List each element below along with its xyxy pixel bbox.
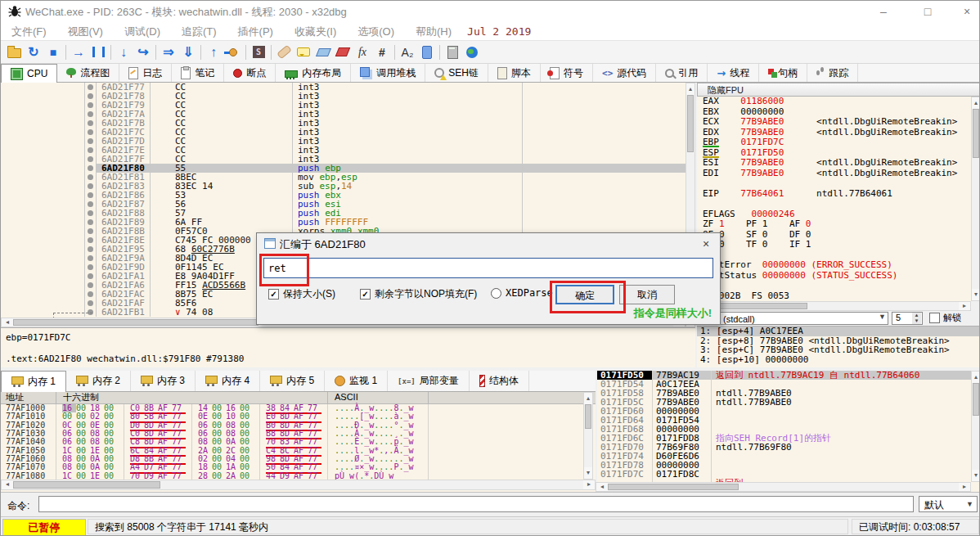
disasm-bytes[interactable]: CC <box>151 110 293 119</box>
breakpoint-gutter[interactable] <box>85 299 97 308</box>
tab-内存 2[interactable]: 内存 2 <box>66 371 131 391</box>
stack-address[interactable]: 0171FD7C <box>597 470 653 479</box>
breakpoint-gutter[interactable] <box>85 290 97 299</box>
breakpoint-dot-icon[interactable] <box>88 237 93 243</box>
tab-日志[interactable]: 日志 <box>119 64 172 82</box>
spinner-arrows-icon[interactable]: ▲▼ <box>912 313 921 324</box>
argument-row[interactable]: 3: [esp+C] 77B9ABE0 <ntdll.DbgUiRemoteBr… <box>697 345 980 355</box>
stack-row[interactable]: 0171FD7077B69F80ntdll.77B69F80 <box>597 443 980 452</box>
stack-row[interactable]: 0171FD7800000000 <box>597 461 980 470</box>
breakpoint-gutter[interactable] <box>85 146 97 155</box>
disasm-bytes[interactable]: CC <box>151 146 293 155</box>
run-to-user-code-icon[interactable] <box>223 43 243 61</box>
registers-vscrollbar[interactable]: ▴▾ <box>971 97 980 301</box>
tab-内存 1[interactable]: 内存 1 <box>1 371 66 392</box>
menu-item-3[interactable]: 调试(D) <box>114 22 171 42</box>
functions-icon[interactable]: fx <box>353 43 372 61</box>
disasm-comment[interactable] <box>523 92 686 101</box>
disasm-comment[interactable] <box>523 128 686 137</box>
breakpoint-gutter[interactable] <box>85 119 97 128</box>
dump-hscrollbar[interactable]: ◂▸ <box>1 480 596 490</box>
step-over-icon[interactable]: ↪ <box>133 43 153 61</box>
disasm-instruction[interactable]: int3 <box>293 146 523 155</box>
breakpoint-gutter[interactable] <box>85 101 97 110</box>
disasm-bytes[interactable]: 53 <box>151 191 293 200</box>
stack-row[interactable]: 0171FD5C77B9ABE0ntdll.77B9ABE0 <box>597 398 980 407</box>
bookmarks-icon[interactable] <box>333 43 353 61</box>
tab-内存 3[interactable]: 内存 3 <box>131 371 196 391</box>
breakpoint-dot-icon[interactable] <box>88 174 93 180</box>
pause-icon[interactable] <box>88 43 108 61</box>
attach-icon[interactable] <box>417 43 437 61</box>
disasm-bytes[interactable]: CC <box>151 92 293 101</box>
breakpoint-gutter[interactable] <box>85 155 97 164</box>
step-into-icon[interactable]: ↓ <box>114 43 133 61</box>
disasm-instruction[interactable]: int3 <box>293 119 523 128</box>
menu-item-8[interactable]: 帮助(H) <box>405 22 462 42</box>
tab-流程图[interactable]: 流程图 <box>57 64 119 82</box>
stack-row[interactable]: 0171FD5077B9AC19返回到 ntdll.77B9AC19 自 ntd… <box>597 371 980 380</box>
memory-dump-panel[interactable]: 地址 十六进制 ASCII 77AF100016001800C08BAF7714… <box>1 392 596 492</box>
breakpoint-gutter[interactable] <box>85 182 97 191</box>
breakpoint-gutter[interactable] <box>85 110 97 119</box>
step-out-icon[interactable]: ↑ <box>204 43 223 61</box>
dialog-title-bar[interactable]: 汇编于 6AD21F80 × <box>257 233 720 254</box>
dump-vscrollbar[interactable]: ▴▾ <box>583 392 593 480</box>
tab-跟踪[interactable]: 跟踪 <box>807 64 858 82</box>
menu-item-6[interactable]: 收藏夹(I) <box>284 22 347 42</box>
stack-vscrollbar[interactable]: ▴▾ <box>971 371 980 482</box>
breakpoint-dot-icon[interactable] <box>88 273 93 279</box>
disasm-bytes[interactable]: CC <box>151 128 293 137</box>
breakpoint-gutter[interactable] <box>85 173 97 182</box>
breakpoint-dot-icon[interactable] <box>88 246 93 252</box>
breakpoint-dot-icon[interactable] <box>88 255 93 261</box>
breakpoint-dot-icon[interactable] <box>88 138 93 144</box>
breakpoint-gutter[interactable] <box>85 164 97 173</box>
disasm-instruction[interactable]: int3 <box>293 128 523 137</box>
cancel-button[interactable]: 取消 <box>619 285 675 304</box>
disasm-comment[interactable] <box>523 155 686 164</box>
tab-源代码[interactable]: <>源代码 <box>593 64 656 82</box>
checkbox-checked-icon[interactable]: ✓ <box>360 289 371 300</box>
arguments-panel[interactable]: 1: [esp+4] A0C17EEA2: [esp+8] 77B9ABE0 <… <box>697 326 980 367</box>
dialog-close-icon[interactable]: × <box>692 233 720 254</box>
breakpoint-dot-icon[interactable] <box>88 201 93 207</box>
disasm-comment[interactable] <box>523 101 686 110</box>
breakpoint-gutter[interactable] <box>85 128 97 137</box>
breakpoint-dot-icon[interactable] <box>88 219 93 225</box>
patches-icon[interactable] <box>274 43 294 61</box>
register-line[interactable]: EIP 77B64061 ntdll.77B64061 <box>697 189 971 200</box>
breakpoint-dot-icon[interactable] <box>88 120 93 126</box>
close-button[interactable]: × <box>948 1 980 22</box>
disasm-bytes[interactable]: CC <box>151 137 293 146</box>
stack-row[interactable]: 0171FD54A0C17EEA <box>597 380 980 389</box>
disasm-comment[interactable] <box>523 164 686 173</box>
calling-convention-dropdown[interactable]: 默认 (stdcall) ▼ <box>699 312 888 325</box>
breakpoint-dot-icon[interactable] <box>88 291 93 297</box>
keep-size-checkbox[interactable]: ✓ 保持大小(S) <box>268 287 335 301</box>
disasm-bytes[interactable]: 83EC 14 <box>151 182 293 191</box>
disasm-comment[interactable] <box>523 146 686 155</box>
tab-CPU[interactable]: CPU <box>1 64 57 83</box>
disasm-comment[interactable] <box>523 119 686 128</box>
breakpoint-gutter[interactable] <box>85 209 97 218</box>
stack-value[interactable]: 0171FD8C <box>653 470 712 479</box>
breakpoint-dot-icon[interactable] <box>88 84 93 90</box>
register-line[interactable]: CF 0 TF 0 IF 1 <box>697 240 971 250</box>
breakpoint-gutter[interactable] <box>85 227 97 236</box>
disasm-comment[interactable] <box>523 209 686 218</box>
disasm-bytes[interactable]: 55 <box>151 164 293 173</box>
tab-内存 5[interactable]: 内存 5 <box>260 371 325 391</box>
breakpoint-gutter[interactable] <box>85 254 97 263</box>
register-line[interactable]: LastStatus 00000000 (STATUS_SUCCESS) <box>697 271 971 282</box>
disasm-instruction[interactable]: int3 <box>293 101 523 110</box>
breakpoint-gutter[interactable] <box>85 281 97 290</box>
register-line[interactable]: GS 002B FS 0053 <box>697 291 971 302</box>
comments-icon[interactable] <box>294 43 313 61</box>
tab-监视 1[interactable]: 监视 1 <box>325 371 388 391</box>
disasm-instruction[interactable]: int3 <box>293 83 523 92</box>
menu-item-1[interactable]: 文件(F) <box>1 22 57 42</box>
disasm-bytes[interactable]: CC <box>151 101 293 110</box>
hide-fpu-button[interactable]: 隐藏FPU <box>697 83 980 97</box>
disasm-comment[interactable] <box>523 200 686 209</box>
